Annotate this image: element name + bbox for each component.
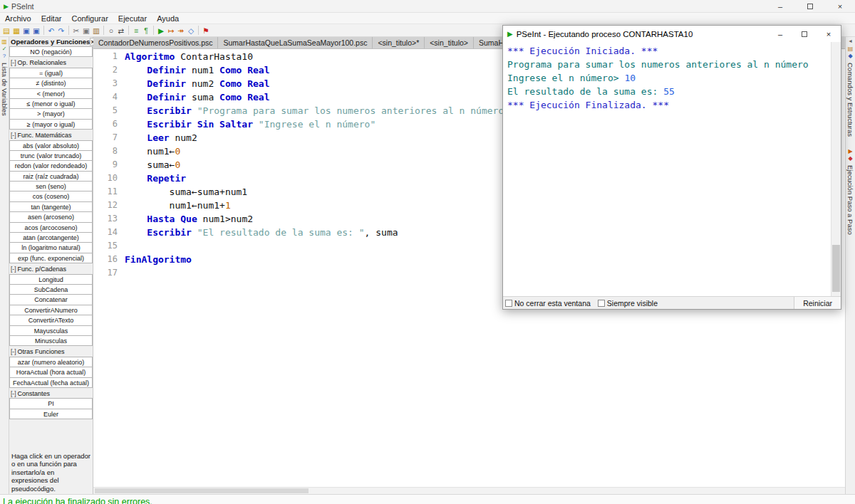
maximize-icon [807,4,813,9]
run-icon[interactable]: ▶ [156,25,166,36]
console-scrollbar[interactable] [831,42,841,296]
step-run-icon[interactable]: ↦ [166,25,176,36]
function-item[interactable]: cos (coseno) [9,191,93,201]
cut-icon[interactable]: ✂ [71,25,81,36]
console-line: *** Ejecución Finalizada. *** [507,98,826,112]
variables-panel-tab[interactable]: Lista de Variables [1,63,9,116]
line-number: 6 [93,117,125,131]
search-icon[interactable]: ○ [106,25,116,36]
function-item[interactable]: Concatenar [9,294,93,305]
menu-ejecutar[interactable]: Ejecutar [113,14,152,23]
copy-icon[interactable]: ▣ [81,25,91,36]
document-tab-2[interactable]: <sin_titulo>* [373,37,425,48]
toolbar-separator [128,26,129,35]
editor-horizontal-scrollbar-thumb[interactable] [95,488,309,493]
function-group-header[interactable]: [-] Otras Funciones [9,346,93,357]
function-item[interactable]: sen (seno) [9,181,93,191]
function-item[interactable]: FechaActual (fecha actual) [9,377,93,388]
indent-icon[interactable]: ≡ [131,25,141,36]
document-tab-3[interactable]: <sin_titulo> [425,37,474,48]
open-folder-icon[interactable]: ▦ [11,25,21,36]
function-item[interactable]: SubCadena [9,284,93,295]
no-close-checkbox[interactable] [505,300,512,307]
menu-editar[interactable]: Editar [36,14,67,23]
function-item[interactable]: Longitud [9,274,93,285]
function-item[interactable]: tan (tangente) [9,201,93,212]
save-all-icon[interactable]: ▣ [31,25,41,36]
function-item[interactable]: = (igual) [9,68,93,78]
save-icon[interactable]: ▣ [21,25,31,36]
function-group-header[interactable]: [-] Func. p/Cadenas [9,263,93,274]
close-button[interactable]: × [825,0,855,12]
collapse-icon[interactable]: [-] [11,348,16,355]
function-item[interactable]: Minusculas [9,335,93,346]
function-item[interactable]: PI [9,398,93,409]
toolbar-separator [153,26,154,35]
menu-configurar[interactable]: Configurar [66,14,113,23]
function-item[interactable]: HoraActual (hora actual) [9,367,93,377]
run-selected-icon[interactable]: ↠ [176,25,186,36]
variables-panel-icon[interactable]: ▥ [1,38,7,46]
minimize-button[interactable]: – [765,0,795,12]
panel-tab-label[interactable]: Ejecución Paso a Paso [846,165,854,235]
function-item[interactable]: raiz (raíz cuadrada) [9,171,93,182]
line-number: 2 [93,63,125,77]
menu-ayuda[interactable]: Ayuda [152,14,184,23]
pin-icon[interactable]: ◄ [848,38,853,43]
help-icon[interactable]: ? [3,53,6,60]
function-item[interactable]: ≥ (mayor o igual) [9,119,93,130]
function-item[interactable]: ≤ (menor o igual) [9,98,93,109]
function-item[interactable]: < (menor) [9,88,93,99]
line-number: 16 [93,253,125,266]
function-item[interactable]: ≠ (distinto) [9,78,93,88]
execution-window-footer: No cerrar esta ventana Siempre visible R… [503,296,841,309]
function-item[interactable]: ConvertirATexto [9,315,93,325]
redo-icon[interactable]: ↷ [56,25,66,36]
operators-panel: Operadores y Funciones × NO (negación)[-… [9,37,93,494]
function-item[interactable]: atan (arcotangente) [9,232,93,243]
function-item[interactable]: acos (arcocoseno) [9,222,93,233]
exec-maximize-button[interactable] [792,26,817,42]
function-item[interactable]: azar (numero aleatorio) [9,357,93,367]
function-item[interactable]: NO (negación) [9,46,93,57]
always-visible-checkbox[interactable] [598,300,605,307]
check-icon[interactable]: ✓ [2,46,7,53]
function-item[interactable]: ln (logaritmo natural) [9,242,93,253]
function-item[interactable]: exp (func. exponencial) [9,253,93,263]
function-item[interactable]: trunc (valor truncado) [9,150,93,161]
comment-icon[interactable]: ¶ [141,25,151,36]
function-item[interactable]: Mayusculas [9,325,93,336]
function-item[interactable]: Euler [9,409,93,419]
editor-horizontal-scrollbar[interactable] [93,487,845,494]
exec-close-button[interactable]: × [817,26,841,42]
document-tab-0[interactable]: ContadorDeNumerosPositivos.psc [93,37,218,48]
function-item[interactable]: redon (valor redondeado) [9,160,93,171]
paste-icon[interactable]: ▥ [91,25,101,36]
new-file-icon[interactable]: ▤ [1,25,11,36]
document-tab-1[interactable]: SumarHastaQueLaSumaSeaMayor100.psc [218,37,373,48]
function-item[interactable]: abs (valor absoluto) [9,140,93,151]
collapse-icon[interactable]: [-] [11,59,16,66]
collapse-icon[interactable]: [-] [11,266,16,273]
function-group-header[interactable]: [-] Op. Relacionales [9,57,93,68]
function-group-header[interactable]: [-] Func. Matemáticas [9,130,93,140]
function-item[interactable]: asen (arcoseno) [9,211,93,222]
collapse-icon[interactable]: [-] [11,390,16,397]
panel-tab-label[interactable]: Comandos y Estructuras [846,63,854,137]
undo-icon[interactable]: ↶ [46,25,56,36]
replace-icon[interactable]: ⇄ [116,25,126,36]
function-group-header[interactable]: [-] Constantes [9,388,93,399]
step-panel-icon: ▶ [848,148,852,155]
flag-icon[interactable]: ⚑ [201,25,211,36]
function-item[interactable]: > (mayor) [9,108,93,119]
function-item[interactable]: ConvertirANumero [9,305,93,315]
console-scrollbar-thumb[interactable] [832,245,840,292]
exec-minimize-button[interactable]: – [768,26,792,42]
pseint-logo-icon: ▶ [507,30,513,38]
menu-archivo[interactable]: Archivo [0,14,36,23]
maximize-button[interactable] [795,0,825,12]
restart-button[interactable]: Reiniciar [794,297,841,309]
collapse-icon[interactable]: [-] [11,132,16,139]
execution-console[interactable]: *** Ejecución Iniciada. ***Programa para… [503,42,831,296]
flowchart-icon[interactable]: ◇ [186,25,196,36]
